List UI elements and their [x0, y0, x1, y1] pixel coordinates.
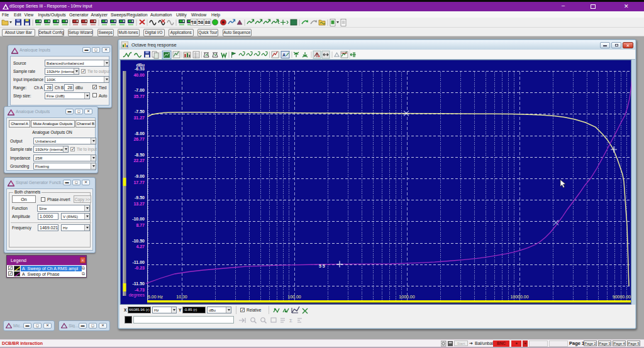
svg-text:4.27: 4.27	[136, 244, 145, 249]
svg-text:1000.00: 1000.00	[399, 295, 414, 299]
svg-text:-9.00: -9.00	[135, 174, 145, 178]
svg-text:-9.50: -9.50	[135, 195, 145, 200]
svg-text:-7.50: -7.50	[135, 109, 145, 114]
svg-text:58: 58	[198, 19, 203, 25]
svg-text:8.77: 8.77	[136, 223, 145, 227]
svg-text:13.27: 13.27	[133, 202, 145, 206]
svg-text:-11.00: -11.00	[133, 260, 145, 264]
svg-text:-4.73: -4.73	[135, 288, 145, 292]
svg-text:Σ: Σ	[289, 318, 292, 324]
svg-text:10.00: 10.00	[176, 295, 187, 299]
svg-text:-10.00: -10.00	[132, 217, 145, 221]
svg-text:degrees: degrees	[129, 293, 145, 298]
svg-text:35.77: 35.77	[133, 94, 145, 99]
svg-text:-0.23: -0.23	[135, 266, 145, 270]
svg-text:-11.50: -11.50	[133, 281, 145, 286]
svg-text:17.77: 17.77	[133, 180, 145, 185]
svg-text:-10.50: -10.50	[132, 239, 145, 243]
svg-text:31.27: 31.27	[133, 116, 145, 120]
svg-text:-8.50: -8.50	[135, 153, 145, 157]
svg-text:5.00 Hz: 5.00 Hz	[148, 295, 164, 299]
svg-text:40.00: 40.00	[133, 73, 145, 77]
svg-text:26.77: 26.77	[133, 137, 145, 141]
svg-text:A: A	[282, 53, 286, 57]
svg-text:88: 88	[205, 19, 210, 25]
svg-text:100.00: 100.00	[287, 295, 301, 299]
svg-text:22.27: 22.27	[133, 158, 145, 163]
svg-text:¶8: ¶8	[191, 19, 196, 25]
svg-text:90000.00: 90000.00	[613, 295, 631, 299]
svg-text:10000.00: 10000.00	[510, 295, 528, 299]
svg-text:-8.00: -8.00	[135, 131, 145, 136]
svg-text:-7.00: -7.00	[135, 88, 145, 92]
svg-text:-6.53: -6.53	[135, 67, 145, 71]
svg-text:5 5: 5 5	[319, 264, 325, 268]
